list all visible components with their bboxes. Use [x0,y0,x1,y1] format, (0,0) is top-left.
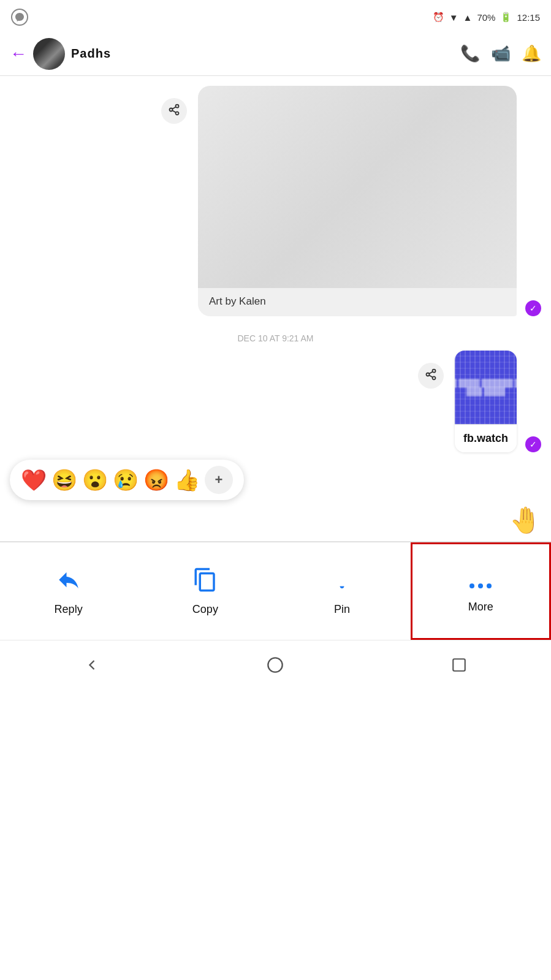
nav-home-button[interactable] [257,647,294,683]
svg-point-12 [487,583,492,588]
svg-line-9 [429,371,433,373]
battery-icon: 🔋 [500,12,512,23]
pin-label: Pin [334,603,350,616]
action-bar: Reply Copy Pin More [0,542,551,640]
reaction-heart[interactable]: ❤️ [21,468,47,492]
pin-icon [329,567,355,598]
svg-line-8 [429,375,433,377]
check-icon-link: ✓ [530,439,537,449]
read-receipt-image: ✓ [525,300,541,316]
svg-line-3 [172,110,176,112]
svg-point-0 [176,104,179,107]
link-preview-overlay-text: ████ ████ ██████ ███████ ████ [455,379,517,396]
message-caption: Art by Kalen [198,288,517,316]
link-preview-bubble[interactable]: ████ ████ ██████ ███████ ████ fb.watch [455,351,517,452]
reply-button[interactable]: Reply [0,542,137,640]
svg-point-1 [170,108,173,111]
nav-recents-button[interactable] [441,647,477,683]
svg-rect-14 [453,659,465,671]
reaction-angry[interactable]: 😡 [143,468,169,492]
pin-button[interactable]: Pin [274,542,411,640]
reaction-laugh[interactable]: 😆 [51,468,77,492]
reply-icon [56,567,82,598]
reaction-more-button[interactable]: + [205,466,233,494]
copy-button[interactable]: Copy [137,542,273,640]
copy-label: Copy [192,603,218,616]
svg-point-6 [426,373,429,376]
read-receipt-link: ✓ [525,436,541,452]
link-preview-thumbnail: ████ ████ ██████ ███████ ████ [455,351,517,424]
message-timestamp: DEC 10 AT 9:21 AM [10,324,541,351]
back-button[interactable]: ← [10,44,27,64]
contact-avatar[interactable] [33,38,65,70]
alarm-icon: ⏰ [433,12,444,23]
contact-name[interactable]: Padhs [71,47,460,61]
chat-message-area: Art by Kalen ✓ DEC 10 AT 9:21 AM [0,76,551,452]
svg-line-4 [172,107,176,108]
reaction-bar: ❤️ 😆 😮 😢 😡 👍 + [10,460,244,500]
share-button-link[interactable] [418,363,444,389]
link-domain: fb.watch [455,424,517,452]
check-icon: ✓ [530,303,537,313]
share-icon [168,104,180,119]
share-icon-link [425,368,437,384]
chat-header: ← Padhs 📞 📹 🔔 [0,32,551,76]
message-image [198,86,517,288]
status-bar: ⏰ ▼ ▲ 70% 🔋 12:15 [0,0,551,32]
reaction-thumbsup[interactable]: 👍 [174,468,200,492]
more-label: More [468,601,493,613]
wave-emoji: 🤚 [509,505,541,535]
wifi-icon: ▼ [449,12,458,23]
reaction-sad[interactable]: 😢 [113,468,139,492]
outgoing-image-message: Art by Kalen ✓ [10,86,541,316]
outgoing-image-bubble: Art by Kalen [198,86,517,316]
svg-point-7 [432,376,435,379]
video-call-button[interactable]: 📹 [491,44,511,63]
more-icon [468,569,493,596]
copy-icon [192,567,218,598]
phone-call-button[interactable]: 📞 [460,44,480,63]
battery-text: 70% [477,12,495,23]
signal-icon: ▲ [463,12,473,23]
notification-bell-button[interactable]: 🔔 [522,44,541,63]
status-left [11,9,28,26]
nav-back-button[interactable] [74,647,110,683]
time-display: 12:15 [517,12,540,23]
outgoing-link-message: ████ ████ ██████ ███████ ████ fb.watch ✓ [10,351,541,452]
reaction-wow[interactable]: 😮 [82,468,108,492]
messenger-notification-icon [11,9,28,26]
svg-point-11 [478,583,483,588]
more-button[interactable]: More [411,542,551,640]
status-right: ⏰ ▼ ▲ 70% 🔋 12:15 [433,12,540,23]
header-actions: 📞 📹 🔔 [460,44,541,63]
share-button-image[interactable] [161,98,187,124]
wave-emoji-area: 🤚 [0,500,551,535]
svg-point-5 [432,369,435,372]
reply-label: Reply [55,603,83,616]
svg-point-10 [469,583,474,588]
svg-point-2 [176,112,179,115]
svg-point-13 [268,658,283,672]
nav-bar [0,640,551,689]
